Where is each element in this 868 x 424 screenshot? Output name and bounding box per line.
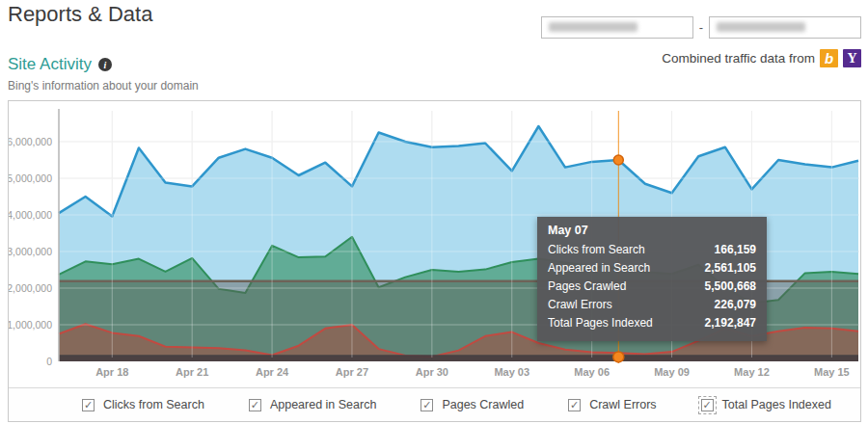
checkbox-checked-icon[interactable]: ✓	[420, 399, 433, 411]
tooltip-value: 2,561,105	[705, 259, 756, 278]
tooltip-value: 166,159	[715, 241, 756, 259]
page-title: Reports & Data	[8, 2, 152, 27]
legend-label: Crawl Errors	[589, 398, 656, 411]
chart-card: 01,000,0002,000,0003,000,0004,000,0005,0…	[8, 100, 861, 422]
info-icon[interactable]: i	[98, 58, 112, 71]
checkbox-checked-icon[interactable]: ✓	[82, 399, 95, 411]
date-range-start-input[interactable]	[541, 16, 693, 39]
tooltip-label: Appeared in Search	[548, 259, 650, 278]
series-area-clicks-from-search	[59, 356, 858, 361]
legend-label: Total Pages Indexed	[722, 398, 831, 411]
checkbox-checked-icon[interactable]: ✓	[701, 399, 714, 411]
tooltip-row: Crawl Errors 226,079	[548, 296, 756, 314]
date-range-separator: -	[699, 20, 703, 35]
x-axis-label: May 03	[494, 366, 529, 378]
y-axis-label: 3,000,000	[9, 246, 52, 257]
tooltip-title: May 07	[548, 224, 756, 237]
legend-label: Appeared in Search	[270, 398, 377, 411]
date-range-end-blurred-value	[717, 22, 805, 32]
tooltip-value: 5,500,668	[705, 278, 756, 296]
hover-dot-top	[613, 155, 623, 165]
section-title: Site Activity	[8, 55, 92, 74]
hover-dot-bottom	[613, 352, 624, 362]
date-range-end-input[interactable]	[709, 16, 861, 39]
x-axis-label: May 12	[734, 366, 770, 378]
date-range-start-blurred-value	[549, 22, 637, 32]
y-axis-label: 4,000,000	[9, 209, 52, 221]
legend-item-total-pages-indexed[interactable]: ✓ Total Pages Indexed	[701, 398, 831, 411]
legend-label: Pages Crawled	[442, 398, 524, 411]
y-axis-label: 2,000,000	[9, 282, 52, 294]
tooltip-row: Appeared in Search 2,561,105	[548, 259, 756, 278]
traffic-sources: Combined traffic data from b Y	[662, 49, 861, 67]
legend-item-pages-crawled[interactable]: ✓ Pages Crawled	[420, 398, 524, 411]
x-axis-label: May 09	[654, 366, 690, 378]
tooltip-value: 2,192,847	[705, 314, 756, 332]
yahoo-icon: Y	[843, 49, 861, 67]
y-axis-label: 6,000,000	[9, 136, 52, 147]
section-header: Site Activity i	[8, 55, 112, 74]
x-axis-label: Apr 24	[256, 366, 289, 378]
date-range-picker: -	[541, 16, 861, 39]
x-axis-label: Apr 27	[336, 366, 368, 378]
legend-label: Clicks from Search	[103, 398, 204, 411]
tooltip-row: Total Pages Indexed 2,192,847	[548, 314, 756, 332]
tooltip-row: Clicks from Search 166,159	[548, 241, 756, 259]
tooltip-label: Pages Crawled	[548, 278, 626, 296]
legend-item-appeared-in-search[interactable]: ✓ Appeared in Search	[249, 398, 377, 411]
chart-legend: ✓ Clicks from Search ✓ Appeared in Searc…	[9, 387, 860, 421]
chart-tooltip: May 07 Clicks from Search 166,159 Appear…	[537, 217, 767, 341]
checkbox-checked-icon[interactable]: ✓	[568, 399, 581, 411]
tooltip-label: Clicks from Search	[548, 241, 645, 259]
y-axis-label: 5,000,000	[9, 172, 52, 184]
x-axis-label: May 15	[814, 366, 850, 378]
x-axis-label: Apr 30	[416, 366, 448, 378]
x-axis-label: Apr 21	[176, 366, 208, 378]
traffic-sources-label: Combined traffic data from	[662, 51, 815, 66]
legend-item-clicks-from-search[interactable]: ✓ Clicks from Search	[82, 398, 204, 411]
legend-item-crawl-errors[interactable]: ✓ Crawl Errors	[568, 398, 656, 411]
x-axis-label: Apr 18	[95, 366, 128, 378]
tooltip-row: Pages Crawled 5,500,668	[548, 278, 756, 296]
x-axis-label: May 06	[574, 366, 610, 378]
chart-area[interactable]: 01,000,0002,000,0003,000,0004,000,0005,0…	[9, 101, 860, 386]
tooltip-label: Crawl Errors	[548, 296, 612, 314]
section-subtitle: Bing's information about your domain	[8, 79, 199, 93]
checkbox-checked-icon[interactable]: ✓	[249, 399, 261, 411]
tooltip-value: 226,079	[715, 296, 756, 314]
y-axis-label: 1,000,000	[9, 319, 52, 331]
tooltip-label: Total Pages Indexed	[548, 314, 653, 332]
y-axis-label: 0	[46, 356, 52, 367]
bing-icon: b	[820, 49, 838, 67]
reports-and-data-page: Reports & Data - Site Activity i Bing's …	[0, 0, 868, 424]
